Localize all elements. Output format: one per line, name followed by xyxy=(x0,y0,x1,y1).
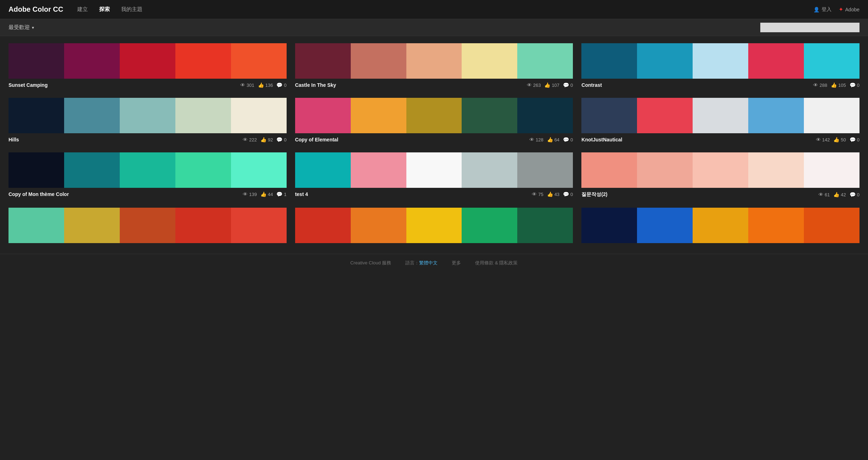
palette-name: Copy of Elemental xyxy=(295,137,529,142)
palette-card[interactable]: test 4👁75👍43💬0 xyxy=(295,152,573,199)
swatch xyxy=(295,208,351,243)
palette-card[interactable]: Contrast👁288👍105💬0 xyxy=(581,43,859,89)
comments-count: 0 xyxy=(570,192,573,197)
likes-stat: 👍44 xyxy=(260,191,273,197)
nav-links: 建立 探索 我的主題 xyxy=(77,6,813,13)
login-button[interactable]: 登入 xyxy=(813,6,832,13)
swatch xyxy=(351,98,406,133)
swatch xyxy=(351,152,406,188)
comments-stat: 💬0 xyxy=(276,137,286,142)
palette-name: Castle In The Sky xyxy=(295,82,527,88)
palette-name: Copy of Mon thème Color xyxy=(9,191,243,197)
comment-icon: 💬 xyxy=(850,137,856,142)
comments-stat: 💬0 xyxy=(850,137,859,142)
comments-count: 0 xyxy=(857,137,859,142)
swatch xyxy=(581,43,637,79)
swatch xyxy=(175,152,231,188)
palette-card[interactable]: Copy of Mon thème Color👁139👍44💬1 xyxy=(9,152,287,199)
views-stat: 👁301 xyxy=(240,82,254,88)
likes-count: 50 xyxy=(841,137,846,142)
swatch xyxy=(462,152,517,188)
views-count: 61 xyxy=(825,192,830,197)
palette-card[interactable]: Copy of Elemental👁128👍64💬0 xyxy=(295,98,573,144)
palette-card[interactable]: Sunset Camping👁301👍136💬0 xyxy=(9,43,287,89)
footer-more[interactable]: 更多 xyxy=(452,260,461,266)
palette-name: test 4 xyxy=(295,191,532,197)
swatch xyxy=(804,152,859,188)
comment-icon: 💬 xyxy=(276,82,282,88)
swatch xyxy=(120,43,175,79)
swatch xyxy=(517,43,573,79)
eye-icon: 👁 xyxy=(816,137,821,142)
swatch xyxy=(9,98,64,133)
main-content: Sunset Camping👁301👍136💬0Castle In The Sk… xyxy=(0,36,868,250)
swatch xyxy=(231,152,287,188)
sort-label: 最受歡迎 xyxy=(9,24,30,31)
comments-stat: 💬0 xyxy=(563,137,573,142)
nav-explore[interactable]: 探索 xyxy=(99,6,110,13)
swatch xyxy=(804,98,859,133)
views-count: 128 xyxy=(536,137,543,142)
likes-count: 107 xyxy=(552,83,559,88)
swatch xyxy=(351,208,406,243)
palette-info: test 4👁75👍43💬0 xyxy=(295,188,573,198)
like-icon: 👍 xyxy=(547,137,553,142)
likes-count: 43 xyxy=(554,192,559,197)
comments-stat: 💬0 xyxy=(850,192,859,197)
swatch xyxy=(120,98,175,133)
palette-info: 질문작성(2)👁61👍42💬0 xyxy=(581,188,859,199)
palette-card[interactable]: 질문작성(2)👁61👍42💬0 xyxy=(581,152,859,199)
comment-icon: 💬 xyxy=(850,192,856,197)
eye-icon: 👁 xyxy=(813,82,818,88)
footer-terms[interactable]: 使用條款 & 隱私政策 xyxy=(475,260,518,266)
views-count: 139 xyxy=(249,192,257,197)
comment-icon: 💬 xyxy=(563,82,569,88)
views-stat: 👁75 xyxy=(532,191,543,197)
palette-info: KnotJustNautical👁142👍50💬0 xyxy=(581,133,859,144)
palette-card[interactable] xyxy=(9,208,287,243)
swatch xyxy=(406,98,462,133)
comments-count: 0 xyxy=(857,192,859,197)
sort-dropdown[interactable]: 最受歡迎 xyxy=(9,24,34,31)
palette-card[interactable] xyxy=(581,208,859,243)
palette-stats: 👁128👍64💬0 xyxy=(529,137,573,142)
footer-language: 語言：繁體中文 xyxy=(405,260,438,266)
comments-count: 1 xyxy=(284,192,286,197)
swatch xyxy=(748,43,804,79)
swatch xyxy=(295,43,351,79)
palette-card[interactable]: Hills👁222👍92💬0 xyxy=(9,98,287,144)
likes-count: 64 xyxy=(554,137,559,142)
navbar-right: 登入 Adobe xyxy=(813,6,859,13)
like-icon: 👍 xyxy=(833,192,839,197)
palette-card[interactable] xyxy=(295,208,573,243)
likes-count: 42 xyxy=(841,192,846,197)
nav-mythemes[interactable]: 我的主題 xyxy=(121,6,142,13)
palette-swatches xyxy=(9,208,287,243)
comments-stat: 💬0 xyxy=(563,191,573,197)
likes-stat: 👍64 xyxy=(547,137,559,142)
eye-icon: 👁 xyxy=(532,191,537,197)
comment-icon: 💬 xyxy=(850,82,856,88)
palette-stats: 👁301👍136💬0 xyxy=(240,82,287,88)
comments-stat: 💬0 xyxy=(276,82,286,88)
like-icon: 👍 xyxy=(547,191,553,197)
palette-swatches xyxy=(9,152,287,188)
swatch xyxy=(804,208,859,243)
like-icon: 👍 xyxy=(831,82,837,88)
eye-icon: 👁 xyxy=(818,192,823,197)
comment-icon: 💬 xyxy=(276,191,282,197)
footer-language-value[interactable]: 繁體中文 xyxy=(419,260,438,265)
palette-name: KnotJustNautical xyxy=(581,137,816,142)
views-count: 222 xyxy=(249,137,257,142)
search-input[interactable] xyxy=(760,23,859,32)
palette-swatches xyxy=(295,43,573,79)
swatch xyxy=(175,208,231,243)
palette-card[interactable]: Castle In The Sky👁263👍107💬0 xyxy=(295,43,573,89)
swatch xyxy=(120,152,175,188)
palette-info: Hills👁222👍92💬0 xyxy=(9,133,287,144)
swatch xyxy=(517,152,573,188)
nav-create[interactable]: 建立 xyxy=(77,6,88,13)
palette-swatches xyxy=(295,152,573,188)
swatch xyxy=(748,98,804,133)
palette-card[interactable]: KnotJustNautical👁142👍50💬0 xyxy=(581,98,859,144)
